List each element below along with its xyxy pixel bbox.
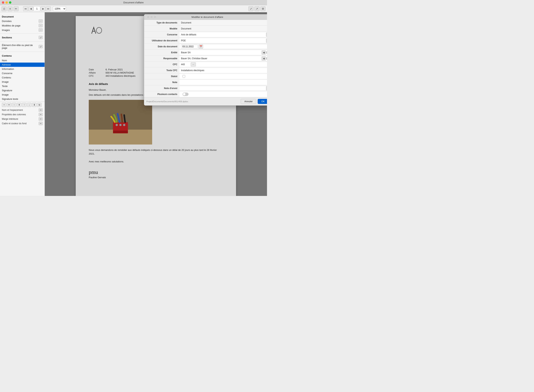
sidebar-item-modeles[interactable]: Modèles de page ··· — [0, 23, 45, 28]
modal-cfc-row: 443 ··· — [180, 62, 267, 67]
move-up-btn[interactable]: ↑ — [22, 103, 26, 107]
add-content-btn[interactable]: + — [2, 103, 6, 107]
modal-light-2 — [150, 16, 153, 18]
modal-footer-path: ProjectDocuments/Documents/951/406.dpdoc — [146, 100, 239, 103]
modal-entite-info-btn[interactable]: i — [266, 51, 267, 54]
content-item-contenu[interactable]: Contenu — [0, 75, 45, 80]
content-item-signature[interactable]: Signature — [0, 88, 45, 93]
prop-colonnes: Propriétés des colonnes ✏ — [2, 112, 43, 117]
main-layout: Document Données ··· Modèles de page ···… — [0, 12, 267, 196]
edit-content-btn[interactable]: ✏ — [7, 103, 11, 107]
modal-dialog: Modifier le document d'affaire Type de d… — [144, 14, 267, 106]
toolbar-right: ⤢ ↗ ⚙ — [248, 6, 266, 11]
content-item-image-1[interactable]: Image — [0, 80, 45, 84]
prop-nom-label: Nom et l'espacement — [2, 109, 23, 111]
modal-calendar-btn[interactable]: 📅 — [199, 45, 203, 49]
first-page-button[interactable]: ⏮ — [23, 6, 28, 11]
remove-content-btn[interactable]: − — [12, 103, 16, 107]
content-item-image-2[interactable]: Image — [0, 93, 45, 97]
prop-marge-btn[interactable]: ✏ — [38, 117, 43, 121]
page-number-input[interactable]: 1 — [33, 6, 40, 11]
modal-cfc-label: CFC — [144, 62, 180, 67]
content-item-information[interactable]: Information — [0, 67, 45, 71]
next-page-button[interactable]: ▶ — [41, 6, 46, 11]
share-button[interactable]: ↗ — [254, 6, 260, 11]
modal-responsable-info-btn[interactable]: i — [266, 57, 267, 60]
sidebar-images-label: Images — [2, 29, 10, 32]
move-bottom-btn[interactable]: ⬇ — [32, 103, 37, 107]
modal-utilisateur-label: Utilisateur de document — [144, 38, 180, 43]
modal-utilisateur-nav-btn[interactable]: ◀ — [266, 38, 267, 43]
modal-date-input[interactable] — [181, 45, 198, 48]
close-button[interactable] — [2, 1, 4, 4]
modal-entite-value: Bauer SA — [180, 50, 262, 55]
modal-light-3 — [154, 16, 156, 18]
modal-statut-checkbox[interactable] — [182, 75, 185, 78]
expand-button[interactable]: ⤢ — [248, 6, 253, 11]
modal-titlebar: Modifier le document d'affaire — [144, 14, 267, 20]
modal-cfc-value: 443 — [180, 62, 191, 67]
toolbar: ⎙ ≡ ✏ ⏮ ◀ 1 ▶ ⏭ 75% 100% 125% 150% 200% … — [0, 5, 267, 12]
sidebar: Document Données ··· Modèles de page ···… — [0, 12, 45, 196]
modal-note-envoi-row: ◀ — [180, 86, 267, 90]
modal-body: Type de documents Document Modèle Docume… — [144, 20, 267, 97]
content-item-concerne[interactable]: Concerne — [0, 71, 45, 75]
modal-note-envoi-label: Note d'envoi — [144, 86, 180, 91]
modal-cancel-button[interactable]: Annuler — [241, 99, 256, 104]
modal-title: Modifier le document d'affaire — [191, 16, 223, 19]
prev-page-button[interactable]: ◀ — [28, 6, 33, 11]
modal-note-input[interactable] — [181, 81, 267, 84]
titlebar-buttons — [2, 1, 11, 4]
maximize-button[interactable] — [9, 1, 11, 4]
modal-concerne-label: Concerne — [144, 32, 180, 37]
sidebar-modeles-label: Modèles de page — [2, 24, 20, 27]
modal-ok-button[interactable]: OK — [258, 99, 267, 104]
move-down-btn[interactable]: ↓ — [27, 103, 32, 107]
prop-colonnes-btn[interactable]: ✏ — [38, 113, 43, 116]
sidebar-item-images[interactable]: Images ··· — [0, 28, 45, 32]
sidebar-header-expand-btn[interactable]: ⤢ — [38, 45, 43, 48]
page-navigation: ⏮ ◀ 1 ▶ ⏭ — [23, 6, 51, 11]
content-item-nom[interactable]: Nom — [0, 58, 45, 63]
last-page-button[interactable]: ⏭ — [46, 6, 51, 11]
print-button[interactable]: ⎙ — [1, 6, 7, 11]
modal-row-note-envoi: Note d'envoi ◀ — [144, 85, 267, 91]
divider-2 — [0, 41, 45, 42]
modal-row-date: Date du document 📅 — [144, 44, 267, 50]
gear-button[interactable]: ⚙ — [260, 6, 266, 11]
zoom-select[interactable]: 75% 100% 125% 150% 200% — [53, 6, 66, 11]
move-top-btn[interactable]: ⬆ — [17, 103, 21, 107]
sidebar-donnees-label: Données — [2, 20, 12, 23]
prop-cadre-btn[interactable]: ✏ — [38, 122, 43, 125]
content-item-adresse[interactable]: Adresse — [0, 63, 45, 67]
modal-statut-label: Statut — [144, 74, 180, 79]
sidebar-donnees-btn[interactable]: ··· — [38, 19, 43, 23]
modal-entite-nav-btn[interactable]: ◀ — [262, 51, 266, 55]
modal-date-row: 📅 — [180, 45, 267, 49]
prop-nom-btn[interactable]: ✏ — [38, 108, 43, 112]
divider-1 — [0, 33, 45, 33]
modal-concerne-nav-btn[interactable]: ◀ — [266, 33, 267, 37]
settings-button[interactable]: ≡ — [7, 6, 13, 11]
modal-cfc-dots-btn[interactable]: ··· — [191, 62, 196, 66]
modal-row-type: Type de documents Document — [144, 20, 267, 26]
modal-traffic-lights — [147, 16, 156, 18]
copy-btn[interactable]: ⧉ — [37, 103, 42, 107]
minimize-button[interactable] — [5, 1, 8, 4]
modal-toggle[interactable] — [182, 93, 189, 96]
modal-concerne-row: Avis de défauts ◀ — [180, 32, 267, 37]
modal-row-responsable: Responsable Bauer SA, Christian Bauer ◀ … — [144, 56, 267, 61]
modal-note-envoi-nav-btn[interactable]: ◀ — [266, 86, 267, 90]
modal-responsable-value: Bauer SA, Christian Bauer — [180, 56, 262, 61]
content-item-signature-texte[interactable]: Signature texte — [0, 97, 45, 101]
content-item-texte[interactable]: Texte — [0, 84, 45, 88]
sidebar-images-btn[interactable]: ··· — [38, 28, 43, 32]
titlebar: Document d'affaire — [0, 0, 267, 5]
sidebar-item-donnees[interactable]: Données ··· — [0, 19, 45, 23]
modal-row-note: Note — [144, 79, 267, 85]
sidebar-modeles-btn[interactable]: ··· — [38, 24, 43, 27]
edit-button[interactable]: ✏ — [14, 6, 19, 11]
modal-responsable-nav-btn[interactable]: ◀ — [262, 56, 266, 61]
sidebar-sections-expand-btn[interactable]: ⤢ — [38, 36, 43, 39]
zoom-control: 75% 100% 125% 150% 200% — [53, 6, 66, 11]
